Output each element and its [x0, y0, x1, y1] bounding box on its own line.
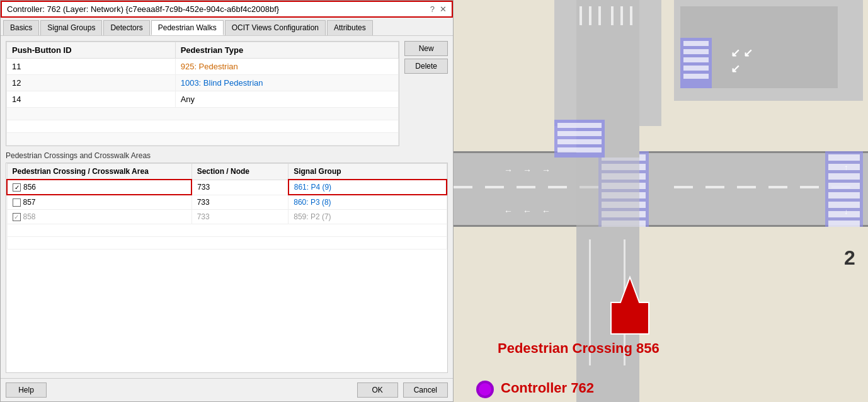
- bottom-right-buttons: OK Cancel: [357, 382, 448, 398]
- svg-rect-79: [557, 139, 602, 144]
- crossing-row-856[interactable]: ✓ 856 733 861: P4 (9): [7, 180, 447, 195]
- svg-rect-31: [800, 186, 819, 188]
- tab-content: Push-Button ID Pedestrian Type 11 925: P…: [1, 36, 453, 378]
- delete-button[interactable]: Delete: [404, 59, 448, 74]
- pedestrian-type-cell: Any: [175, 91, 399, 108]
- svg-text:Pedestrian Crossing 856: Pedestrian Crossing 856: [498, 340, 660, 356]
- svg-text:↙: ↙: [731, 62, 740, 75]
- tab-basics[interactable]: Basics: [3, 20, 39, 35]
- new-button[interactable]: New: [404, 41, 448, 56]
- tab-pedestrian-walks[interactable]: Pedestrian Walks: [151, 20, 224, 35]
- close-icon[interactable]: ✕: [440, 4, 447, 14]
- svg-rect-74: [620, 6, 623, 25]
- svg-rect-22: [454, 186, 472, 188]
- svg-rect-14: [683, 66, 709, 71]
- crossing-id-857: 857: [23, 198, 36, 207]
- crossing-area-cell-858: ✓ 858: [7, 210, 191, 224]
- svg-text:←: ←: [523, 206, 532, 216]
- svg-point-67: [479, 383, 491, 396]
- push-button-id-cell: 12: [7, 75, 176, 91]
- crossing-row-857[interactable]: 857 733 860: P3 (8): [7, 195, 447, 210]
- tab-signal-groups[interactable]: Signal Groups: [40, 20, 102, 35]
- pedestrian-type-link[interactable]: 925: Pedestrian: [181, 62, 238, 71]
- help-button[interactable]: Help: [6, 382, 47, 398]
- tab-attributes[interactable]: Attributes: [327, 20, 373, 35]
- svg-text:↓: ↓: [844, 207, 848, 216]
- title-controls: ? ✕: [430, 4, 447, 14]
- svg-text:↙: ↙: [743, 47, 753, 59]
- svg-text:→: →: [542, 165, 551, 175]
- svg-text:←: ←: [504, 206, 513, 216]
- help-icon[interactable]: ?: [430, 4, 435, 14]
- svg-rect-73: [611, 6, 614, 25]
- svg-rect-15: [683, 74, 709, 79]
- cancel-button[interactable]: Cancel: [403, 382, 448, 398]
- svg-text:↙: ↙: [731, 47, 740, 59]
- svg-text:Controller 762: Controller 762: [501, 380, 594, 396]
- svg-text:2: 2: [844, 246, 855, 269]
- checkbox-857[interactable]: [13, 198, 21, 207]
- svg-rect-54: [828, 192, 860, 198]
- pedestrian-type-link[interactable]: 1003: Blind Pedestrian: [181, 78, 263, 88]
- col-push-button-id: Push-Button ID: [7, 42, 176, 59]
- signal-group-cell-857: 860: P3 (8): [288, 195, 447, 210]
- svg-rect-27: [674, 186, 693, 188]
- push-button-section: Push-Button ID Pedestrian Type 11 925: P…: [6, 41, 448, 146]
- svg-rect-50: [828, 154, 860, 161]
- svg-rect-11: [683, 41, 709, 46]
- signal-group-link-857[interactable]: 860: P3 (8): [294, 198, 331, 207]
- title-bar: Controller: 762 (Layer: Network) {c7eeaa…: [1, 1, 453, 18]
- col-pedestrian-type: Pedestrian Type: [175, 42, 399, 59]
- svg-rect-71: [589, 6, 591, 25]
- crossings-table-wrapper: Pedestrian Crossing / Crosswalk Area Sec…: [6, 163, 448, 373]
- svg-rect-52: [828, 173, 860, 180]
- crossing-row-858[interactable]: ✓ 858 733 859: P2 (7): [7, 210, 447, 224]
- tab-ocit-views[interactable]: OCIT Views Configuration: [225, 20, 326, 35]
- section-cell-858: 733: [191, 210, 288, 224]
- table-row[interactable]: 12 1003: Blind Pedestrian: [7, 75, 399, 91]
- svg-text:→: →: [523, 165, 532, 175]
- push-button-table: Push-Button ID Pedestrian Type 11 925: P…: [6, 41, 399, 146]
- crossing-id-856: 856: [23, 183, 36, 192]
- col-crossing-header: Pedestrian Crossing / Crosswalk Area: [7, 164, 191, 180]
- pedestrian-type-cell: 925: Pedestrian: [175, 59, 399, 75]
- svg-rect-28: [705, 186, 724, 188]
- checkbox-856[interactable]: ✓: [13, 183, 21, 192]
- pedestrian-type-cell: 1003: Blind Pedestrian: [175, 75, 399, 91]
- svg-rect-77: [557, 123, 602, 128]
- svg-rect-23: [485, 186, 504, 188]
- svg-rect-25: [548, 186, 567, 188]
- svg-rect-70: [580, 6, 582, 25]
- crossings-label: Pedestrian Crossings and Crosswalk Areas: [6, 151, 448, 160]
- svg-rect-53: [828, 183, 860, 189]
- svg-rect-75: [630, 6, 632, 25]
- signal-group-cell-858: 859: P2 (7): [288, 210, 447, 224]
- checkbox-858[interactable]: ✓: [13, 213, 21, 221]
- svg-rect-20: [454, 151, 868, 153]
- bottom-bar: Help OK Cancel: [1, 378, 453, 401]
- svg-rect-21: [454, 225, 868, 227]
- table-row[interactable]: 14 Any: [7, 91, 399, 108]
- svg-text:→: →: [504, 165, 513, 175]
- crossing-area-cell-857: 857: [7, 195, 191, 210]
- svg-rect-78: [557, 131, 602, 136]
- push-button-table-wrapper: Push-Button ID Pedestrian Type 11 925: P…: [6, 41, 399, 146]
- col-signal-header: Signal Group: [288, 164, 447, 180]
- svg-rect-30: [768, 186, 787, 188]
- action-buttons: New Delete: [404, 41, 448, 146]
- signal-group-858: 859: P2 (7): [294, 212, 331, 221]
- signal-group-link-856[interactable]: 861: P4 (9): [294, 183, 331, 192]
- push-button-id-cell: 11: [7, 59, 176, 75]
- ok-button[interactable]: OK: [357, 382, 398, 398]
- section-cell-856: 733: [191, 180, 288, 195]
- table-row[interactable]: 11 925: Pedestrian: [7, 59, 399, 75]
- svg-rect-80: [557, 147, 602, 152]
- crossing-area-cell-856: ✓ 856: [7, 180, 191, 195]
- svg-rect-19: [454, 151, 868, 227]
- tab-detectors[interactable]: Detectors: [103, 20, 149, 35]
- crossings-section: Pedestrian Crossings and Crosswalk Areas…: [6, 151, 448, 373]
- svg-text:↑: ↑: [844, 163, 848, 172]
- svg-text:←: ←: [542, 206, 551, 216]
- dialog-title: Controller: 762 (Layer: Network) {c7eeaa…: [7, 4, 279, 14]
- left-panel: Controller: 762 (Layer: Network) {c7eeaa…: [0, 0, 454, 402]
